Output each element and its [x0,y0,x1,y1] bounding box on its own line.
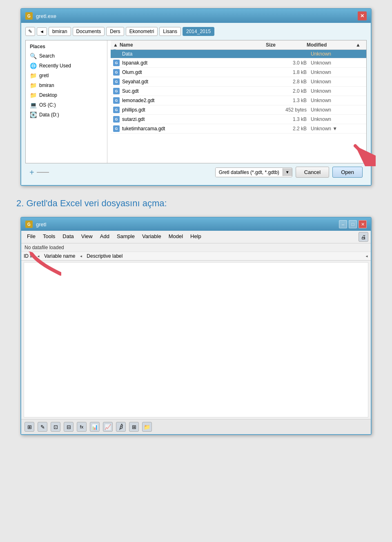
file-modified: Unknown [307,98,356,103]
menu-file[interactable]: File [24,232,39,242]
col-id: ID # [24,253,33,259]
gdt-icon: G [113,107,120,113]
breadcrumb-lisans[interactable]: Lisans [159,27,181,36]
file-name: lemonade2.gdt [122,98,154,103]
maximize-button[interactable]: □ [349,220,357,228]
menu-add[interactable]: Add [97,232,113,242]
filter-label: Gretl datafiles (*.gdt, *.gdtb) [216,168,283,177]
place-search[interactable]: 🔍 Search [27,51,105,61]
menu-model[interactable]: Model [165,232,186,242]
file-row[interactable]: G Suc.gdt 2.0 kB Unknown [111,87,366,96]
place-data-d[interactable]: 💽 Data (D:) [27,110,105,120]
gretl-folder-icon: 📁 [30,72,37,79]
file-name: tuketimharcama.gdt [122,126,165,132]
cancel-button[interactable]: Cancel [296,167,329,178]
file-name-cell: G phillips.gdt [113,107,266,113]
close-button[interactable]: ✕ [359,220,367,228]
breadcrumb-bmiran[interactable]: bmiran [49,27,71,36]
file-row[interactable]: G phillips.gdt 452 bytes Unknown [111,105,366,115]
place-bmiran-label: bmiran [39,83,54,88]
toolbar-grid-icon[interactable]: ⊞ [129,422,139,432]
place-recently-used-label: Recently Used [39,63,71,69]
breadcrumb-documents[interactable]: Documents [73,27,105,36]
place-os-c-label: OS (C:) [39,102,56,108]
gdt-icon: G [113,60,120,66]
desktop-icon: 📁 [30,92,37,98]
bottom-left: + [29,168,49,176]
menu-variable-label: Variable [142,233,161,239]
app-icon: G [25,12,33,20]
print-icon[interactable]: 🖨 [359,232,368,242]
close-button[interactable]: ✕ [358,11,367,20]
file-name: phillips.gdt [122,107,145,113]
bmiran-folder-icon: 📁 [30,82,37,89]
file-row[interactable]: G Seyahat.gdt 2.8 kB Unknown [111,77,366,87]
menubar: File Tools Data View Add Sample Variable… [21,231,371,243]
toolbar-chart-icon[interactable]: 📈 [103,422,113,432]
file-size: 1.8 kB [266,69,307,75]
menu-sample-label: Sample [117,233,135,239]
menu-view-label: View [81,233,93,239]
file-name: Data [122,51,132,57]
minimize-button[interactable]: – [339,220,347,228]
os-c-icon: 💻 [30,102,37,108]
open-button[interactable]: Open [332,167,363,178]
place-gretl[interactable]: 📁 gretl [27,71,105,80]
toolbar-beta-icon[interactable]: β̂ [116,422,126,432]
file-name: sutarzi.gdt [122,116,145,122]
titlebar-controls: – □ ✕ [339,220,367,228]
breadcrumb-ekonometri[interactable]: Ekonometri [126,27,158,36]
place-os-c[interactable]: 💻 OS (C:) [27,100,105,110]
col-size-header: Size [266,42,307,48]
file-row[interactable]: G sutarzi.gdt 1.3 kB Unknown [111,115,366,124]
edit-path-button[interactable]: ✎ [25,27,35,36]
gdt-icon: G [113,97,120,104]
toolbar-script-icon[interactable]: ⊡ [51,422,60,432]
gretl-titlebar: G gretl – □ ✕ [21,218,371,231]
file-modified: Unknown ▼ [307,126,356,132]
menu-data[interactable]: Data [59,232,77,242]
add-place-button[interactable]: + [29,168,34,176]
filter-dropdown[interactable]: Gretl datafiles (*.gdt, *.gdtb) ▼ [215,167,292,177]
dialog-bottom: + Gretl datafiles (*.gdt, *.gdtb) ▼ Canc… [25,163,367,181]
place-data-d-label: Data (D:) [39,112,59,118]
file-name: Ispanak.gdt [122,60,147,66]
menu-help-label: Help [190,233,201,239]
file-list-header: ▲ Name Size Modified ▲ [111,40,366,50]
place-desktop-label: Desktop [39,92,57,98]
file-row[interactable]: Data Unknown [111,50,366,58]
toolbar-table-icon[interactable]: ⊞ [24,422,34,432]
file-row[interactable]: G Olum.gdt 1.8 kB Unknown [111,68,366,77]
filter-dropdown-arrow[interactable]: ▼ [283,168,292,176]
menu-tools-label: Tools [43,233,55,239]
menu-sample[interactable]: Sample [114,232,138,242]
breadcrumb-2014-2015[interactable]: 2014_2015 [183,27,214,36]
file-name-cell: G Ispanak.gdt [113,60,266,66]
toolbar-edit-icon[interactable]: ✎ [38,422,47,432]
gretl-main-window: G gretl – □ ✕ File Tools Data View [20,217,372,435]
file-row[interactable]: G Ispanak.gdt 3.0 kB Unknown [111,58,366,68]
back-button[interactable]: ◄ [37,27,47,36]
section-text: Gretl'da Excel veri dosyasını açma: [26,198,167,208]
menu-help[interactable]: Help [187,232,205,242]
place-bmiran[interactable]: 📁 bmiran [27,80,105,90]
menu-tools[interactable]: Tools [40,232,58,242]
file-size: 2.0 kB [266,88,307,94]
file-size: 1.3 kB [266,98,307,103]
menu-view[interactable]: View [78,232,96,242]
place-recently-used[interactable]: 🌐 Recently Used [27,61,105,71]
main-data-area [24,262,368,417]
menu-data-label: Data [62,233,74,239]
breadcrumb-ders[interactable]: Ders [106,27,124,36]
toolbar-folder-icon[interactable]: 📁 [142,422,152,432]
toolbar-graph-icon[interactable]: 📊 [90,422,100,432]
data-d-icon: 💽 [30,112,37,118]
place-gretl-label: gretl [39,73,49,78]
toolbar-console-icon[interactable]: ⊟ [64,422,74,432]
file-open-dialog: G gretl.exe ✕ ✎ ◄ bmiran Documents Ders … [8,8,384,186]
menu-variable[interactable]: Variable [139,232,165,242]
file-row[interactable]: G lemonade2.gdt 1.3 kB Unknown [111,96,366,105]
place-desktop[interactable]: 📁 Desktop [27,90,105,100]
file-row[interactable]: G tuketimharcama.gdt 2.2 kB Unknown ▼ [111,124,366,134]
toolbar-fx-icon[interactable]: fx [77,422,87,432]
